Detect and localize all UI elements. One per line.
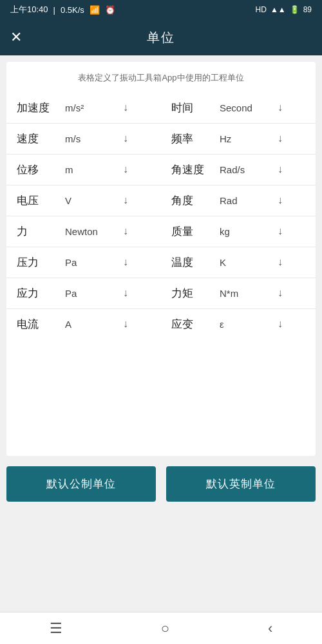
- unit-left-dropdown[interactable]: ↓: [119, 255, 132, 269]
- battery-icon: 🔋: [290, 5, 299, 14]
- unit-right-label: 质量: [161, 216, 209, 247]
- unit-left-dropdown[interactable]: ↓: [119, 224, 132, 238]
- nav-menu-icon[interactable]: ☰: [50, 620, 62, 637]
- unit-right-label: 频率: [161, 124, 209, 155]
- unit-left-value: V: [65, 195, 117, 206]
- unit-right-dropdown[interactable]: ↓: [274, 162, 287, 176]
- metric-button[interactable]: 默认公制单位: [6, 466, 156, 502]
- unit-left-value-cell: Newton↓: [55, 216, 161, 246]
- status-time: 上午10:40: [10, 4, 48, 15]
- unit-left-value-cell: A↓: [55, 309, 161, 339]
- unit-left-value: A: [65, 319, 117, 330]
- unit-right-value-cell: Second↓: [209, 93, 316, 122]
- table-row: 速度m/s↓频率Hz↓: [6, 124, 316, 155]
- unit-left-dropdown[interactable]: ↓: [119, 286, 132, 300]
- unit-left-label: 力: [6, 216, 55, 247]
- table-row: 位移m↓角速度Rad/s↓: [6, 155, 316, 185]
- signal-icon: 📶: [90, 5, 100, 15]
- unit-right-dropdown[interactable]: ↓: [274, 224, 287, 238]
- unit-right-value-cell: K↓: [209, 247, 316, 277]
- unit-left-label: 位移: [6, 155, 55, 185]
- unit-right-value: ε: [220, 319, 271, 330]
- unit-right-value: Second: [220, 102, 271, 113]
- nav-home-icon[interactable]: ○: [161, 620, 169, 637]
- unit-right-value: N*m: [220, 288, 271, 299]
- hd-icon: HD: [256, 5, 267, 14]
- unit-right-dropdown[interactable]: ↓: [274, 286, 287, 300]
- unit-right-value-cell: Rad↓: [209, 185, 316, 215]
- unit-left-value-cell: Pa↓: [55, 278, 161, 308]
- unit-left-value: Pa: [65, 257, 117, 268]
- units-table: 加速度m/s²↓时间Second↓速度m/s↓频率Hz↓位移m↓角速度Rad/s…: [6, 93, 316, 339]
- unit-right-value: Rad/s: [220, 164, 271, 175]
- unit-right-value: Hz: [220, 133, 271, 144]
- unit-left-value: m: [65, 164, 117, 175]
- unit-right-value-cell: kg↓: [209, 216, 316, 246]
- unit-left-value-cell: V↓: [55, 185, 161, 215]
- unit-left-label: 应力: [6, 278, 55, 309]
- unit-right-value: K: [220, 257, 271, 268]
- table-row: 压力Pa↓温度K↓: [6, 247, 316, 278]
- subtitle: 表格定义了振动工具箱App中使用的工程单位: [6, 72, 316, 84]
- unit-left-value: Pa: [65, 288, 117, 299]
- status-right: HD ▲▲ 🔋 89: [256, 5, 312, 14]
- unit-left-value-cell: m/s²↓: [55, 93, 161, 122]
- page-title: 单位: [147, 29, 175, 46]
- table-row: 应力Pa↓力矩N*m↓: [6, 278, 316, 309]
- table-row: 加速度m/s²↓时间Second↓: [6, 93, 316, 124]
- status-data: 0.5K/s: [61, 5, 84, 15]
- unit-left-value-cell: m/s↓: [55, 124, 161, 153]
- unit-right-value-cell: Hz↓: [209, 124, 316, 153]
- imperial-button[interactable]: 默认英制单位: [166, 466, 316, 502]
- unit-left-value-cell: m↓: [55, 155, 161, 184]
- unit-left-label: 加速度: [6, 93, 55, 124]
- nav-back-icon[interactable]: ‹: [268, 620, 272, 637]
- unit-left-dropdown[interactable]: ↓: [119, 317, 132, 331]
- unit-left-value-cell: Pa↓: [55, 247, 161, 277]
- close-button[interactable]: ✕: [10, 29, 22, 46]
- unit-right-value-cell: Rad/s↓: [209, 155, 316, 184]
- status-left: 上午10:40 | 0.5K/s 📶 ⏰: [10, 4, 115, 15]
- unit-left-dropdown[interactable]: ↓: [119, 131, 132, 146]
- unit-right-dropdown[interactable]: ↓: [274, 317, 287, 331]
- unit-left-dropdown[interactable]: ↓: [119, 162, 132, 176]
- unit-left-label: 电压: [6, 185, 55, 216]
- unit-right-label: 力矩: [161, 278, 209, 309]
- unit-right-dropdown[interactable]: ↓: [274, 193, 287, 207]
- unit-right-dropdown[interactable]: ↓: [274, 131, 287, 146]
- nav-bar: ☰ ○ ‹: [0, 612, 322, 644]
- unit-left-label: 压力: [6, 247, 55, 278]
- unit-right-label: 角度: [161, 185, 209, 216]
- unit-right-value: Rad: [220, 195, 271, 206]
- unit-right-value-cell: ε↓: [209, 309, 316, 339]
- unit-right-label: 角速度: [161, 155, 209, 185]
- main-content: 表格定义了振动工具箱App中使用的工程单位 加速度m/s²↓时间Second↓速…: [6, 62, 316, 456]
- table-row: 电压V↓角度Rad↓: [6, 185, 316, 216]
- status-speed: |: [53, 5, 55, 15]
- header: ✕ 单位: [0, 19, 322, 55]
- button-row: 默认公制单位 默认英制单位: [6, 466, 316, 502]
- unit-right-value-cell: N*m↓: [209, 278, 316, 308]
- unit-left-dropdown[interactable]: ↓: [119, 193, 132, 207]
- unit-right-dropdown[interactable]: ↓: [274, 255, 287, 269]
- unit-left-label: 电流: [6, 309, 55, 340]
- unit-left-value: Newton: [65, 226, 117, 237]
- table-row: 力Newton↓质量kg↓: [6, 216, 316, 247]
- unit-left-label: 速度: [6, 124, 55, 155]
- alarm-icon: ⏰: [105, 5, 115, 15]
- unit-left-value: m/s: [65, 133, 117, 144]
- unit-right-dropdown[interactable]: ↓: [274, 100, 287, 115]
- unit-right-label: 时间: [161, 93, 209, 124]
- unit-right-label: 温度: [161, 247, 209, 278]
- unit-left-dropdown[interactable]: ↓: [119, 100, 132, 115]
- battery-value: 89: [303, 5, 312, 14]
- table-row: 电流A↓应变ε↓: [6, 309, 316, 340]
- unit-right-value: kg: [220, 226, 271, 237]
- unit-right-label: 应变: [161, 309, 209, 340]
- wifi-icon: ▲▲: [270, 5, 286, 14]
- status-bar: 上午10:40 | 0.5K/s 📶 ⏰ HD ▲▲ 🔋 89: [0, 0, 322, 19]
- unit-left-value: m/s²: [65, 102, 117, 113]
